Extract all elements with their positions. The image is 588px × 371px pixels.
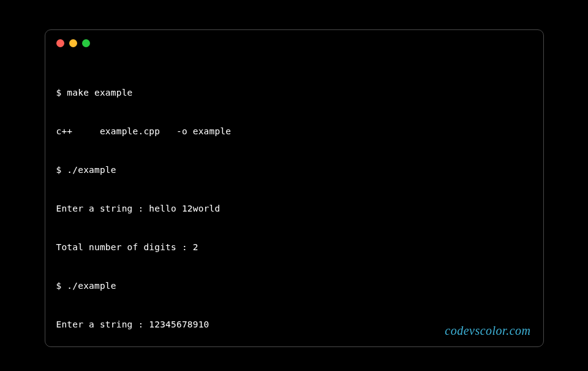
terminal-window: $ make example c++ example.cpp -o exampl… xyxy=(45,29,544,347)
terminal-line: $ ./example xyxy=(56,164,532,177)
close-icon[interactable] xyxy=(56,39,64,47)
terminal-line: Enter a string : hello 12world xyxy=(56,202,532,215)
terminal-output[interactable]: $ make example c++ example.cpp -o exampl… xyxy=(45,53,543,347)
watermark-text: codevscolor.com xyxy=(445,324,530,338)
maximize-icon[interactable] xyxy=(82,39,90,47)
terminal-line: $ make example xyxy=(56,86,532,99)
terminal-line: c++ example.cpp -o example xyxy=(56,125,532,138)
window-titlebar xyxy=(45,30,543,53)
terminal-line: $ ./example xyxy=(56,280,532,293)
minimize-icon[interactable] xyxy=(69,39,77,47)
terminal-line: Total number of digits : 2 xyxy=(56,241,532,254)
